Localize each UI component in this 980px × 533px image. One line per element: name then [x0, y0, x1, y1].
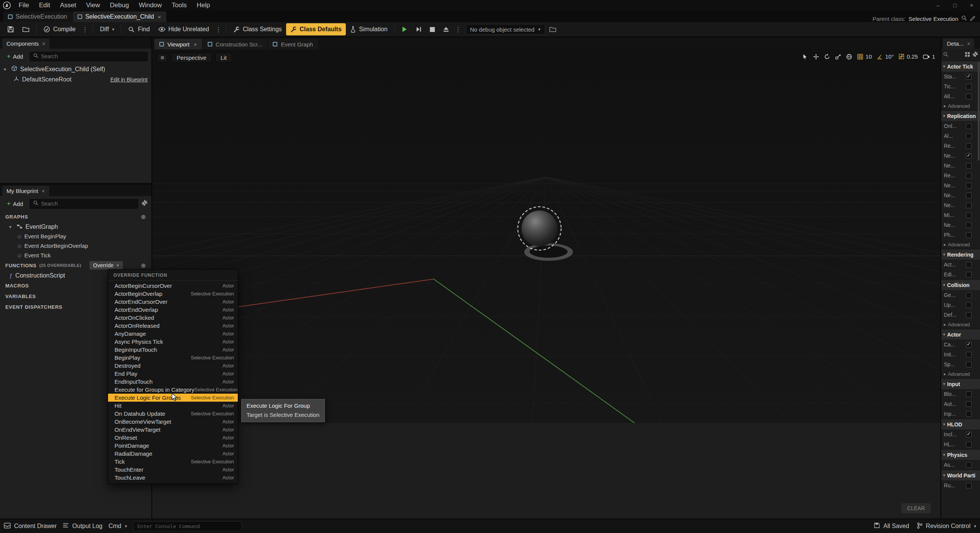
- minimize-button[interactable]: –: [930, 0, 947, 11]
- checkbox[interactable]: [966, 401, 972, 407]
- checkbox[interactable]: [966, 94, 972, 99]
- edit-icon[interactable]: [970, 16, 975, 22]
- checkbox[interactable]: [966, 362, 972, 367]
- cmd-dropdown[interactable]: Cmd ▾: [108, 523, 127, 530]
- stop-button[interactable]: [426, 23, 439, 35]
- override-menu-item[interactable]: TouchEnterActor: [108, 466, 238, 474]
- checkbox[interactable]: [966, 312, 972, 318]
- details-section-hlod[interactable]: ▾HLOD: [941, 419, 980, 429]
- details-section-replication[interactable]: ▾Replication: [941, 110, 980, 121]
- checkbox[interactable]: [966, 272, 972, 278]
- menu-item-view[interactable]: View: [81, 2, 105, 9]
- grid-snap-icon[interactable]: [857, 54, 863, 60]
- world-coordinate-icon[interactable]: [846, 54, 852, 60]
- override-menu-item[interactable]: Async Physics TickActor: [108, 338, 238, 346]
- close-button[interactable]: ×: [963, 0, 980, 11]
- checkbox[interactable]: [966, 342, 972, 348]
- checkbox[interactable]: [966, 232, 972, 238]
- checkbox[interactable]: [966, 153, 972, 159]
- frame-skip-button[interactable]: [412, 23, 426, 35]
- details-section-rendering[interactable]: ▾Rendering: [941, 249, 980, 260]
- details-section-actor-tick[interactable]: ▾Actor Tick: [941, 61, 980, 72]
- checkbox[interactable]: [966, 183, 972, 188]
- browse-to-asset-button[interactable]: [18, 23, 33, 35]
- graphs-section-header[interactable]: GRAPHS ⊕: [0, 211, 151, 222]
- compile-options-kebab-icon[interactable]: ⋮: [80, 26, 90, 34]
- details-section-collision[interactable]: ▾Collision: [941, 279, 980, 290]
- checkbox[interactable]: [966, 193, 972, 198]
- override-menu-item[interactable]: OnBecomeViewTargetActor: [108, 418, 238, 426]
- checkbox[interactable]: [966, 442, 972, 447]
- output-log-button[interactable]: Output Log: [63, 523, 102, 530]
- display-filter-icon[interactable]: [965, 52, 970, 59]
- override-menu-item[interactable]: AnyDamageActor: [108, 330, 238, 338]
- override-menu-item[interactable]: HitActor: [108, 402, 238, 410]
- override-menu-item[interactable]: ActorEndOverlapActor: [108, 306, 238, 314]
- override-menu-item[interactable]: PointDamageActor: [108, 442, 238, 450]
- advanced-toggle[interactable]: ▸Advanced: [941, 101, 980, 110]
- menu-item-help[interactable]: Help: [192, 2, 215, 9]
- my-blueprint-search-input[interactable]: [30, 199, 138, 209]
- console-command-input[interactable]: [133, 521, 242, 531]
- menu-item-edit[interactable]: Edit: [34, 2, 55, 9]
- menu-item-window[interactable]: Window: [134, 2, 167, 9]
- class-defaults-button[interactable]: Class Defaults: [286, 23, 346, 35]
- override-menu-item[interactable]: TickSelective Execution: [108, 458, 238, 466]
- checkbox[interactable]: [966, 411, 972, 417]
- checkbox[interactable]: [966, 352, 972, 357]
- add-graph-icon[interactable]: ⊕: [141, 213, 146, 220]
- override-menu-item[interactable]: Execute for Groups in CategorySelective …: [108, 386, 238, 394]
- simulation-button[interactable]: Simulation: [346, 23, 392, 35]
- compile-button[interactable]: Compile: [39, 23, 80, 35]
- debug-object-dropdown[interactable]: No debug object selected ▾: [466, 24, 545, 35]
- menu-item-asset[interactable]: Asset: [55, 2, 81, 9]
- class-settings-button[interactable]: Class Settings: [229, 23, 286, 35]
- checkbox[interactable]: [966, 462, 972, 468]
- viewport-3d-scene[interactable]: [152, 49, 940, 423]
- perspective-button[interactable]: Perspective: [171, 53, 212, 63]
- rotation-snap-value[interactable]: 10°: [885, 53, 894, 60]
- search-icon[interactable]: [961, 15, 967, 22]
- maximize-button[interactable]: □: [947, 0, 963, 11]
- doc-tab[interactable]: SelectiveExecution_Child×: [73, 11, 166, 22]
- details-section-input[interactable]: ▾Input: [941, 378, 980, 389]
- edit-in-blueprint-link[interactable]: Edit in Blueprint: [110, 77, 148, 83]
- override-menu-item[interactable]: ActorBeginOverlapSelective Execution: [108, 290, 238, 298]
- override-menu-item[interactable]: DestroyedActor: [108, 362, 238, 370]
- close-icon[interactable]: ×: [42, 41, 45, 47]
- eventgraph-item[interactable]: ▾ EventGraph: [0, 222, 151, 231]
- event-node-item[interactable]: ◇Event ActorBeginOverlap: [0, 241, 151, 251]
- override-menu-item[interactable]: ActorOnClickedActor: [108, 314, 238, 322]
- details-tab[interactable]: Deta... ×: [943, 38, 974, 49]
- override-menu-item[interactable]: ActorBeginCursorOverActor: [108, 282, 238, 290]
- checkbox[interactable]: [966, 203, 972, 208]
- viewport-tab[interactable]: Event Graph: [268, 39, 318, 49]
- hide-unrelated-button[interactable]: Hide Unrelated: [154, 23, 213, 35]
- checkbox[interactable]: [966, 133, 972, 139]
- components-search-input[interactable]: [30, 52, 148, 61]
- viewport-menu-icon[interactable]: ≡: [157, 53, 168, 62]
- override-menu-item[interactable]: TouchLeaveActor: [108, 474, 238, 482]
- viewport-tab[interactable]: Construction Scr...: [203, 39, 267, 49]
- 3d-viewport[interactable]: ≡ Perspective Lit 10 10° 0.25 1: [152, 49, 940, 423]
- content-drawer-button[interactable]: Content Drawer: [4, 523, 57, 530]
- move-tool-icon[interactable]: [813, 54, 819, 60]
- override-menu-item[interactable]: BeginPlaySelective Execution: [108, 354, 238, 362]
- close-icon[interactable]: ×: [194, 41, 197, 48]
- checkbox[interactable]: [966, 173, 972, 179]
- override-menu-item[interactable]: BeginInputTouchActor: [108, 346, 238, 354]
- chevron-down-icon[interactable]: ▾: [4, 67, 8, 72]
- my-blueprint-tab[interactable]: My Blueprint ×: [2, 186, 49, 196]
- clear-button[interactable]: CLEAR: [901, 503, 931, 513]
- event-node-item[interactable]: ◇Event Tick: [0, 251, 151, 260]
- close-icon[interactable]: ×: [967, 41, 970, 47]
- browse-debug-object-button[interactable]: [545, 23, 560, 35]
- override-menu-item[interactable]: ActorOnReleasedActor: [108, 322, 238, 330]
- diff-button[interactable]: Diff ▾: [96, 23, 119, 35]
- override-menu-item[interactable]: RadialDamageActor: [108, 450, 238, 458]
- checkbox[interactable]: [966, 143, 972, 149]
- menu-item-file[interactable]: File: [14, 2, 34, 9]
- checkbox[interactable]: [966, 432, 972, 437]
- override-dropdown-button[interactable]: Override ▾: [89, 261, 123, 270]
- checkbox[interactable]: [966, 262, 972, 268]
